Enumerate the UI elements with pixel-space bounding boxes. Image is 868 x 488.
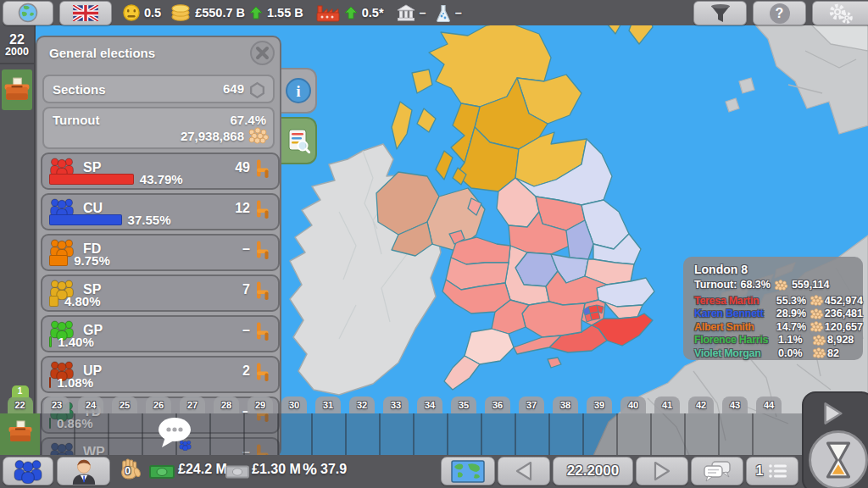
messages-button[interactable] (691, 457, 743, 485)
timeline-year-cell[interactable] (684, 413, 718, 455)
timeline-year-cell[interactable] (311, 413, 345, 455)
world-map-button[interactable] (441, 457, 495, 485)
turnout-row[interactable]: Turnout 67.4% 27,938,868 (42, 107, 275, 149)
timeline-year-tab[interactable]: 22 (8, 396, 33, 413)
sections-row[interactable]: Sections 649 (42, 75, 275, 103)
timeline-year-cell[interactable] (277, 413, 311, 455)
timeline-year-cell[interactable] (0, 413, 40, 455)
timeline-year-cell[interactable] (108, 413, 142, 455)
party-row[interactable]: SP 7 4.80% (41, 274, 280, 312)
world-view-button[interactable] (3, 1, 53, 25)
timeline-year-column[interactable]: 43 (718, 385, 752, 455)
timeline-year-column[interactable]: 33 (379, 385, 413, 455)
timeline-year-column[interactable]: 23 (40, 385, 74, 455)
timeline-year-cell[interactable] (515, 413, 548, 455)
close-button[interactable] (250, 41, 275, 65)
timeline-year-tab[interactable]: 40 (620, 396, 646, 413)
timeline-year-column[interactable]: 37 (515, 385, 548, 455)
timeline-year-cell[interactable] (481, 413, 515, 455)
timeline-year-tab[interactable]: 36 (485, 396, 510, 413)
timeline-year-column[interactable]: 34 (413, 385, 447, 455)
timeline-year-column[interactable]: 1 22 (0, 385, 40, 455)
party-row[interactable]: CU 12 37.55% (41, 193, 280, 230)
timeline-year-column[interactable]: 29 (243, 385, 277, 455)
settings-button[interactable] (812, 1, 868, 25)
timeline-year-column[interactable]: 31 (311, 385, 345, 455)
timeline-year-cell[interactable] (413, 413, 447, 455)
timeline-year-column[interactable]: 44 (752, 385, 786, 455)
timeline-year-cell[interactable] (40, 413, 74, 455)
timeline-year-column[interactable]: 24 (74, 385, 108, 455)
timeline-year-tab[interactable]: 30 (281, 396, 307, 413)
timeline-year-cell[interactable] (616, 413, 650, 455)
results-detail-button[interactable] (281, 117, 317, 164)
timeline-year-cell[interactable] (345, 413, 379, 455)
timeline-year-column[interactable]: 38 (548, 385, 582, 455)
election-event-tile[interactable] (2, 69, 32, 110)
timeline-year-column[interactable]: 26 (142, 385, 175, 455)
timeline-year-tab[interactable]: 35 (451, 396, 476, 413)
task-list-button[interactable]: 1 (746, 457, 798, 485)
timeline-year-tab[interactable]: 44 (756, 396, 782, 413)
party-row[interactable]: FD – 9.75% (41, 234, 280, 271)
timeline-year-tab[interactable]: 26 (146, 396, 171, 413)
timeline-year-tab[interactable]: 34 (417, 396, 442, 413)
timeline-year-cell[interactable] (209, 413, 243, 455)
info-button[interactable]: i (281, 68, 317, 114)
timeline-year-tab[interactable]: 43 (722, 396, 748, 413)
timeline-year-tab[interactable]: 29 (248, 396, 273, 413)
timeline-year-cell[interactable] (718, 413, 752, 455)
timeline-year-tab[interactable]: 28 (214, 396, 239, 413)
chat-event-icon[interactable] (155, 415, 194, 452)
party-row[interactable]: GP – 1.40% (41, 315, 280, 352)
timeline-year-column[interactable]: 30 (277, 385, 311, 455)
timeline-year-tab[interactable]: 31 (315, 396, 341, 413)
hand-count: 0 (125, 464, 131, 477)
hourglass-button[interactable] (809, 430, 868, 488)
help-button[interactable]: ? (753, 1, 806, 25)
timeline-year-column[interactable]: 41 (650, 385, 684, 455)
timeline-year-column[interactable]: 32 (345, 385, 379, 455)
timeline-year-cell[interactable] (650, 413, 684, 455)
timeline-year-tab[interactable]: 24 (78, 396, 103, 413)
prev-button[interactable] (498, 457, 550, 485)
timeline-year-tab[interactable]: 38 (553, 396, 578, 413)
politician-button[interactable] (57, 457, 110, 485)
timeline-year-tab[interactable]: 37 (519, 396, 544, 413)
timeline-year-column[interactable]: 40 (616, 385, 650, 455)
timeline-year-cell[interactable] (243, 413, 277, 455)
timeline-year-tab[interactable]: 33 (383, 396, 409, 413)
hand-icon[interactable]: 0 (118, 458, 142, 483)
timeline-year-tab[interactable]: 41 (654, 396, 680, 413)
timeline-year-column[interactable]: 25 (108, 385, 142, 455)
filter-button[interactable] (693, 1, 747, 25)
timeline-year-cell[interactable] (447, 413, 481, 455)
country-flag-button[interactable] (59, 1, 112, 25)
timeline-year-tab[interactable]: 23 (44, 396, 70, 413)
timeline-year-cell[interactable] (752, 413, 803, 455)
timeline-year-cell[interactable] (142, 413, 175, 455)
bank-value: – (420, 6, 426, 19)
timeline-year-tab[interactable]: 27 (180, 396, 205, 413)
timeline-year-tab[interactable]: 32 (349, 396, 375, 413)
arrow-left-icon (515, 461, 533, 481)
timeline-year-tab[interactable]: 25 (112, 396, 137, 413)
party-row[interactable]: SP 49 43.79% (41, 152, 280, 190)
timeline-year-column[interactable]: 39 (582, 385, 616, 455)
timeline-year-cell[interactable] (548, 413, 582, 455)
next-button[interactable] (636, 457, 688, 485)
timeline-year-cell[interactable] (582, 413, 616, 455)
people-icon (11, 458, 45, 484)
timeline-year-cell[interactable] (379, 413, 413, 455)
timeline-year-tab[interactable]: 39 (587, 396, 612, 413)
timeline-year-column[interactable]: 28 (209, 385, 243, 455)
timeline-year-tab[interactable]: 42 (688, 396, 714, 413)
timeline-year-cell[interactable] (74, 413, 108, 455)
timeline-year-column[interactable]: 35 (447, 385, 481, 455)
party-button[interactable] (3, 457, 53, 485)
date-button[interactable]: 22.2000 (553, 457, 633, 485)
timeline-year-column[interactable]: 42 (684, 385, 718, 455)
play-button[interactable] (822, 402, 844, 425)
timeline-year-column[interactable]: 36 (481, 385, 515, 455)
reserve-value: £1.30 M (252, 462, 301, 477)
